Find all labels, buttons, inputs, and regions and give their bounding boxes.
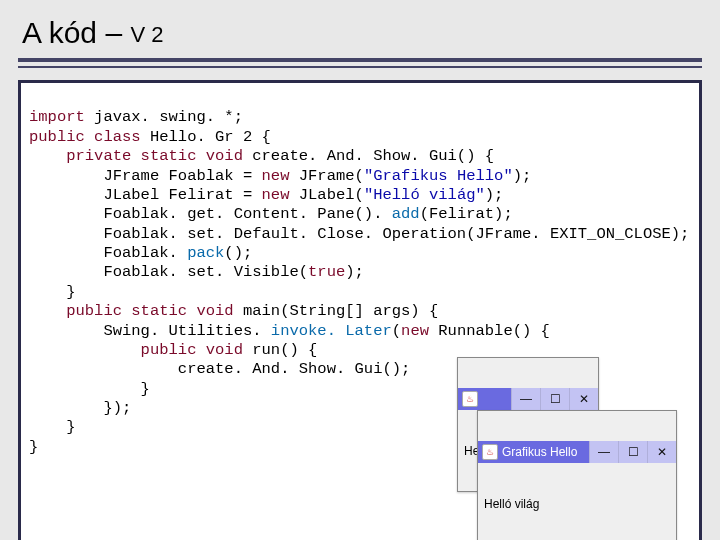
code-text: Foablak. set. Visible( [29,263,308,281]
title-prefix: A kód [22,16,97,49]
code-string: "Grafikus Hello" [364,167,513,185]
code-text: } [29,283,76,301]
window-caption-area: ♨ Grafikus Hello [482,444,577,460]
code-text: JFrame( [289,167,363,185]
code-text: } [29,438,38,456]
title-dash: – [97,16,130,49]
code-string: "Helló világ" [364,186,485,204]
java-icon: ♨ [462,391,478,407]
code-text: } [29,380,150,398]
code-text: (); [224,244,252,262]
maximize-button[interactable]: ☐ [540,388,569,410]
code-kw: import [29,108,85,126]
title-underline-thin [18,66,702,68]
example-window-titled: ♨ Grafikus Hello — ☐ ✕ Helló világ [477,410,677,540]
code-text: create. And. Show. Gui() { [243,147,494,165]
window-caption-area: ♨ [462,391,482,407]
code-text: } [29,418,76,436]
code-text: Runnable() { [429,322,550,340]
code-text: javax. swing. *; [85,108,243,126]
code-text: Swing. Utilities. [29,322,271,340]
code-kw: new [262,167,290,185]
code-kw: public void [29,341,243,359]
code-kw: new [401,322,429,340]
code-text: run() { [243,341,317,359]
code-text: create. And. Show. Gui(); [29,360,410,378]
code-method: add [392,205,420,223]
slide-title: A kód – V 2 [18,8,702,56]
code-text: Foablak. set. Default. Close. Operation(… [29,225,689,243]
code-text: Hello. Gr 2 { [141,128,271,146]
code-text: }); [29,399,131,417]
code-text: Foablak. get. Content. Pane(). [29,205,392,223]
titlebar: ♨ Grafikus Hello — ☐ ✕ [478,441,676,463]
code-box: import javax. swing. *; public class Hel… [18,80,702,540]
code-text: JFrame Foablak = [29,167,262,185]
window-buttons: — ☐ ✕ [511,388,598,410]
code-text: JLabel Felirat = [29,186,262,204]
code-text: (Felirat); [420,205,513,223]
code-text: ); [345,263,364,281]
close-button[interactable]: ✕ [569,388,598,410]
titlebar: ♨ — ☐ ✕ [458,388,598,410]
code-text: ( [392,322,401,340]
code-method: invoke. Later [271,322,392,340]
close-button[interactable]: ✕ [647,441,676,463]
code-kw: private static void [29,147,243,165]
code-kw: public class [29,128,141,146]
title-version: V 2 [130,22,163,47]
window-buttons: — ☐ ✕ [589,441,676,463]
maximize-button[interactable]: ☐ [618,441,647,463]
code-kw: public static void [29,302,234,320]
java-icon: ♨ [482,444,498,460]
window-client-area: Helló világ [478,493,676,514]
code-method: pack [187,244,224,262]
minimize-button[interactable]: — [511,388,540,410]
title-underline-thick [18,58,702,62]
code-text: main(String[] args) { [234,302,439,320]
code-kw: new [262,186,290,204]
minimize-button[interactable]: — [589,441,618,463]
code-text: JLabel( [289,186,363,204]
code-text: ); [485,186,504,204]
window-caption: Grafikus Hello [502,445,577,460]
slide: A kód – V 2 import javax. swing. *; publ… [0,0,720,540]
code-text: ); [513,167,532,185]
code-text: Foablak. [29,244,187,262]
code-kw: true [308,263,345,281]
